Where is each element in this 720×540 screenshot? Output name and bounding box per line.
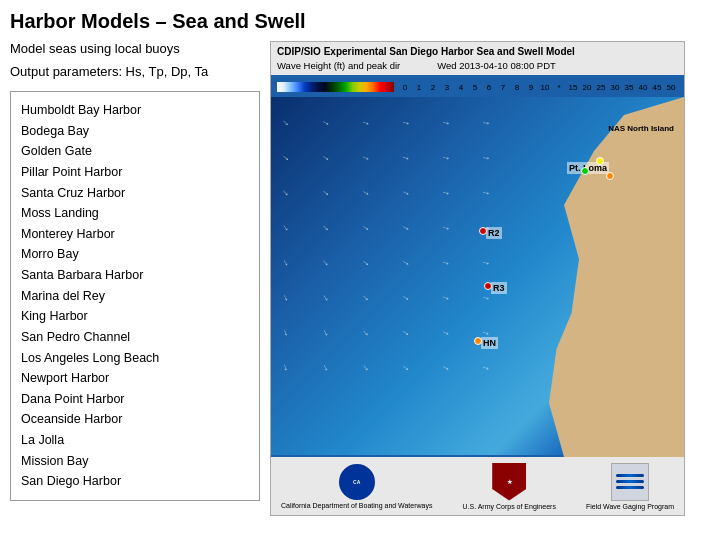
harbor-list-item[interactable]: San Pedro Channel	[21, 327, 249, 348]
california-logo-icon: CA	[339, 464, 375, 500]
r3-label: R3	[491, 282, 507, 294]
colorbar-label: 10	[538, 83, 552, 92]
map-title-bar: CDIP/SIO Experimental San Diego Harbor S…	[271, 42, 684, 75]
harbor-list-item[interactable]: Oceanside Harbor	[21, 409, 249, 430]
map-title-line2: Wave Height (ft) and peak dir	[277, 60, 400, 71]
colorbar-label: 0	[398, 83, 412, 92]
map-dot-r2	[479, 227, 487, 235]
harbor-list-item[interactable]: Dana Point Harbor	[21, 389, 249, 410]
wave-arrow: →	[359, 290, 374, 305]
harbor-list-item[interactable]: Golden Gate	[21, 141, 249, 162]
california-logo-text: California Department of Boating and Wat…	[281, 502, 432, 509]
map-dot-hn	[474, 337, 482, 345]
map-dot-r3	[484, 282, 492, 290]
harbor-list-item[interactable]: Santa Barbara Harbor	[21, 265, 249, 286]
wave-arrow: →	[480, 186, 492, 199]
army-corps-logo-text: U.S. Army Corps of Engineers	[463, 503, 556, 510]
wave-arrow: →	[319, 255, 334, 270]
wave-arrow: →	[279, 326, 293, 339]
wave-arrow: →	[439, 325, 453, 339]
colorbar-gradient	[277, 82, 394, 92]
colorbar-label: 6	[482, 83, 496, 92]
map-visualization: CDIP/SIO Experimental San Diego Harbor S…	[270, 41, 685, 516]
wave-arrow: →	[399, 151, 412, 165]
harbor-list-item[interactable]: Los Angeles Long Beach	[21, 348, 249, 369]
harbor-list-item[interactable]: Santa Cruz Harbor	[21, 183, 249, 204]
harbor-list-item[interactable]: Humboldt Bay Harbor	[21, 100, 249, 121]
harbor-list-item[interactable]: San Diego Harbor	[21, 471, 249, 492]
wave-arrow: →	[399, 185, 413, 199]
logo-california: CA California Department of Boating and …	[281, 464, 432, 509]
map-dot-yellow	[596, 157, 604, 165]
wave-arrow: →	[479, 361, 492, 375]
wave-arrow: →	[319, 361, 333, 375]
wave-arrow: →	[399, 325, 414, 340]
wave-arrow: →	[481, 152, 492, 164]
harbor-list-item[interactable]: Moss Landing	[21, 203, 249, 224]
logo-army-corps: ★ U.S. Army Corps of Engineers	[463, 463, 556, 510]
r2-label: R2	[486, 227, 502, 239]
colorbar: 012345678910*1520253035404550	[277, 80, 678, 94]
harbor-list-item[interactable]: Mission Bay	[21, 451, 249, 472]
wave-arrow: →	[439, 256, 452, 270]
colorbar-label: 25	[594, 83, 608, 92]
wave-arrow: →	[279, 220, 294, 235]
wave-arrow: →	[359, 116, 372, 130]
colorbar-label: 20	[580, 83, 594, 92]
harbor-list-item[interactable]: Monterey Harbor	[21, 224, 249, 245]
wave-arrow: →	[400, 116, 413, 129]
wave-arrow: →	[279, 115, 294, 130]
page-title: Harbor Models – Sea and Swell	[10, 10, 710, 33]
model-subtitle: Model seas using local buoys	[10, 41, 260, 56]
wave-arrow: →	[319, 150, 334, 165]
harbor-list-item[interactable]: Marina del Rey	[21, 286, 249, 307]
wave-arrow: →	[439, 291, 452, 305]
colorbar-label: 7	[496, 83, 510, 92]
wave-arrow: →	[319, 220, 334, 235]
colorbar-label: 4	[454, 83, 468, 92]
wave-arrow: →	[440, 186, 453, 199]
wave-arrow: →	[399, 220, 413, 234]
wave-arrow: →	[480, 256, 493, 269]
logo-field-wave: Field Wave Gaging Program	[586, 463, 674, 510]
wave-arrow: →	[399, 360, 414, 375]
map-dot-green	[581, 167, 589, 175]
wave-arrow: →	[359, 325, 374, 340]
harbor-list-item[interactable]: Pillar Point Harbor	[21, 162, 249, 183]
wave-arrow: →	[359, 220, 374, 235]
map-date: Wed 2013-04-10 08:00 PDT	[437, 60, 556, 71]
wave-arrow: →	[359, 360, 374, 375]
field-wave-logo-text: Field Wave Gaging Program	[586, 503, 674, 510]
wave-arrow: →	[439, 360, 453, 374]
harbor-list-item[interactable]: Morro Bay	[21, 244, 249, 265]
colorbar-label: 1	[412, 83, 426, 92]
map-title-line1: CDIP/SIO Experimental San Diego Harbor S…	[277, 45, 678, 59]
wave-arrow: →	[319, 325, 334, 339]
wave-arrow: →	[399, 255, 413, 270]
wave-arrow: →	[279, 150, 294, 165]
wave-arrow: →	[279, 185, 294, 200]
colorbar-label: *	[552, 83, 566, 92]
colorbar-label: 3	[440, 83, 454, 92]
colorbar-label: 45	[650, 83, 664, 92]
wave-arrow: →	[279, 255, 294, 269]
harbor-list: Humboldt Bay HarborBodega BayGolden Gate…	[21, 100, 249, 492]
wave-arrow: →	[440, 151, 452, 164]
wave-arrow: →	[279, 361, 292, 374]
map-date-line: Wave Height (ft) and peak dir Wed 2013-0…	[277, 59, 678, 72]
colorbar-label: 8	[510, 83, 524, 92]
colorbar-label: 5	[468, 83, 482, 92]
map-dot-orange	[606, 172, 614, 180]
army-corps-logo-icon: ★	[492, 463, 526, 501]
harbor-list-item[interactable]: Bodega Bay	[21, 121, 249, 142]
wave-arrow: →	[319, 185, 334, 200]
field-wave-logo-icon	[611, 463, 649, 501]
harbor-list-item[interactable]: La Jolla	[21, 430, 249, 451]
harbor-list-item[interactable]: Newport Harbor	[21, 368, 249, 389]
wave-arrow: →	[440, 221, 453, 235]
hn-label: HN	[481, 337, 498, 349]
wave-arrow: →	[359, 185, 373, 200]
colorbar-label: 40	[636, 83, 650, 92]
harbor-list-item[interactable]: King Harbor	[21, 306, 249, 327]
wave-arrow: →	[399, 290, 414, 305]
